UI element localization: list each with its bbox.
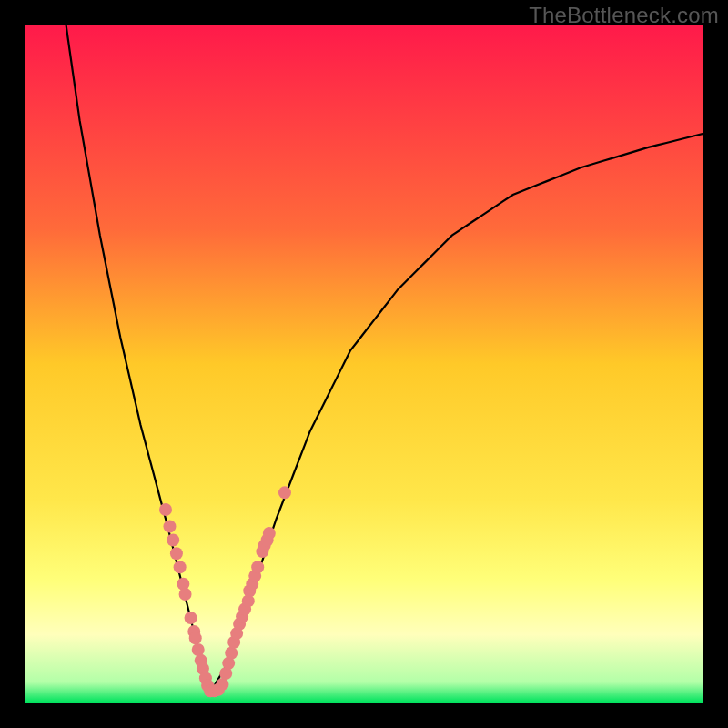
scatter-point [174,561,187,573]
scatter-point [192,643,205,656]
scatter-point [263,527,276,540]
scatter-point [217,678,229,691]
chart-container: TheBottleneck.com [0,0,728,728]
scatter-point [179,588,192,601]
scatter-point [278,486,291,499]
scatter-point [167,533,179,546]
scatter-point [185,612,197,624]
scatter-point [251,561,264,573]
scatter-point [159,503,172,516]
scatter-point [163,521,176,533]
chart-svg [25,25,703,703]
scatter-point [189,632,202,644]
scatter-point [225,647,238,660]
scatter-point [170,547,183,560]
watermark-text: TheBottleneck.com [529,3,719,28]
